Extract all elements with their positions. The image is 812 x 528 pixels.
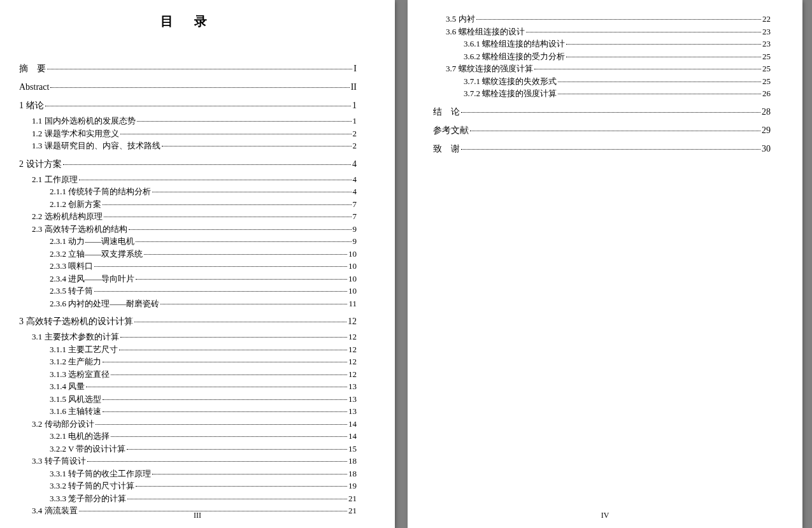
toc-entry: 2.3.4 进风——导向叶片10 bbox=[50, 273, 357, 285]
toc-entry-page: 9 bbox=[353, 223, 357, 236]
toc-entry: 3.3.1 转子筒的收尘工作原理18 bbox=[50, 467, 357, 480]
toc-entry-text: 3.2.2 V 带的设计计算 bbox=[50, 443, 125, 455]
toc-entry-page: 12 bbox=[348, 355, 357, 368]
toc-entry-text: 3.3 转子筒设计 bbox=[32, 455, 86, 467]
toc-leader-dots bbox=[476, 19, 762, 20]
toc-entry: 1.1 国内外选粉机的发展态势1 bbox=[32, 115, 357, 127]
toc-entry: 致 谢30 bbox=[433, 142, 771, 155]
toc-entry: 2 设计方案4 bbox=[19, 157, 357, 171]
toc-entry-page: 25 bbox=[762, 50, 771, 63]
toc-entry-text: 3.5 内衬 bbox=[446, 13, 475, 25]
toc-leader-dots bbox=[534, 69, 762, 69]
toc-list-left: 摘 要IAbstractII1 绪论11.1 国内外选粉机的发展态势11.2 课… bbox=[19, 62, 357, 517]
toc-leader-dots bbox=[87, 461, 348, 462]
toc-entry-text: 2.3.1 动力——调速电机 bbox=[50, 235, 134, 248]
toc-leader-dots bbox=[45, 106, 352, 106]
toc-entry: 3 高效转子选粉机的设计计算12 bbox=[19, 315, 357, 328]
toc-leader-dots bbox=[47, 69, 352, 69]
toc-leader-dots bbox=[50, 87, 349, 88]
toc-leader-dots bbox=[104, 217, 352, 217]
toc-entry-page: 18 bbox=[348, 455, 357, 467]
toc-entry-page: 13 bbox=[348, 405, 357, 418]
toc-entry-page: 11 bbox=[348, 297, 357, 310]
toc-leader-dots bbox=[566, 57, 761, 57]
toc-entry: 2.3.5 转子筒10 bbox=[50, 285, 357, 297]
toc-entry: 2.1.2 创新方案7 bbox=[50, 198, 357, 211]
toc-leader-dots bbox=[103, 204, 351, 205]
toc-entry: 3.6.1 螺栓组连接的结构设计23 bbox=[464, 38, 771, 50]
toc-leader-dots bbox=[86, 387, 347, 387]
toc-entry: 3.1.3 选粉室直径12 bbox=[50, 368, 357, 381]
toc-entry-text: 3.3.1 转子筒的收尘工作原理 bbox=[50, 467, 151, 480]
toc-entry-page: 9 bbox=[353, 235, 357, 248]
toc-entry: 结 论28 bbox=[433, 105, 771, 118]
toc-entry-text: 致 谢 bbox=[433, 142, 460, 155]
toc-entry-text: 2.1 工作原理 bbox=[32, 173, 78, 186]
toc-entry: 1 绪论1 bbox=[19, 99, 357, 112]
toc-entry-text: 2.3.5 转子筒 bbox=[50, 285, 93, 297]
toc-entry-text: 摘 要 bbox=[19, 62, 46, 75]
toc-leader-dots bbox=[129, 229, 352, 230]
toc-entry-text: 3.6.2 螺栓组连接的受力分析 bbox=[464, 50, 565, 63]
toc-entry-text: 2.3.3 喂料口 bbox=[50, 260, 93, 273]
page-number-right: IV bbox=[408, 511, 802, 520]
toc-entry: 3.1.1 主要工艺尺寸12 bbox=[50, 343, 357, 356]
toc-entry-page: 12 bbox=[348, 331, 357, 343]
toc-leader-dots bbox=[103, 411, 347, 412]
toc-leader-dots bbox=[152, 474, 347, 474]
toc-entry-page: 10 bbox=[348, 248, 357, 260]
toc-leader-dots bbox=[120, 337, 348, 338]
toc-entry-page: 10 bbox=[348, 260, 357, 273]
toc-leader-dots bbox=[94, 291, 347, 292]
toc-leader-dots bbox=[162, 146, 352, 146]
toc-entry-text: 3.6.1 螺栓组连接的结构设计 bbox=[464, 38, 565, 50]
toc-entry: 3.1.2 生产能力12 bbox=[50, 355, 357, 368]
toc-entry-page: 4 bbox=[353, 173, 357, 186]
toc-leader-dots bbox=[160, 304, 347, 304]
toc-entry-text: 3.1 主要技术参数的计算 bbox=[32, 331, 119, 343]
toc-entry-text: 3.2 传动部分设计 bbox=[32, 418, 94, 431]
toc-entry-text: 3.2.1 电机的选择 bbox=[50, 430, 110, 443]
toc-entry-text: 3.7 螺纹连接的强度计算 bbox=[446, 62, 533, 75]
toc-entry-page: 1 bbox=[353, 115, 357, 127]
toc-entry-text: 3.1.6 主轴转速 bbox=[50, 405, 101, 418]
toc-entry: 2.3.1 动力——调速电机9 bbox=[50, 235, 357, 248]
toc-entry-page: 7 bbox=[353, 198, 357, 211]
toc-entry-text: Abstract bbox=[19, 80, 49, 94]
toc-leader-dots bbox=[94, 266, 347, 267]
toc-entry-page: 13 bbox=[348, 380, 357, 393]
toc-entry: 3.7.2 螺栓连接的强度计算26 bbox=[464, 87, 771, 100]
toc-leader-dots bbox=[63, 164, 352, 165]
toc-leader-dots bbox=[470, 131, 760, 131]
toc-entry-page: 30 bbox=[762, 142, 771, 155]
toc-entry-text: 3.6 螺栓组连接的设计 bbox=[446, 25, 525, 38]
toc-entry-page: 26 bbox=[762, 87, 771, 100]
toc-entry-text: 1 绪论 bbox=[19, 99, 44, 112]
toc-entry-text: 3.1.2 生产能力 bbox=[50, 355, 101, 368]
toc-entry-page: 10 bbox=[348, 273, 357, 285]
toc-entry: 2.2 选粉机结构原理7 bbox=[32, 210, 357, 223]
toc-entry: 3.5 内衬22 bbox=[446, 13, 771, 25]
toc-entry: 3.1.4 风量13 bbox=[50, 380, 357, 393]
toc-entry-text: 结 论 bbox=[433, 105, 460, 118]
toc-entry: 1.3 课题研究目的、内容、技术路线2 bbox=[32, 139, 357, 152]
toc-entry-text: 参考文献 bbox=[433, 124, 469, 137]
toc-leader-dots bbox=[103, 399, 347, 400]
toc-entry-page: 12 bbox=[348, 315, 357, 328]
toc-leader-dots bbox=[96, 424, 348, 425]
toc-entry: 3.1.6 主轴转速13 bbox=[50, 405, 357, 418]
toc-entry-text: 3.1.1 主要工艺尺寸 bbox=[50, 343, 118, 356]
toc-entry: 1.2 课题学术和实用意义2 bbox=[32, 127, 357, 140]
toc-entry-page: 10 bbox=[348, 285, 357, 297]
toc-entry-page: 25 bbox=[762, 62, 771, 75]
toc-leader-dots bbox=[144, 254, 347, 255]
toc-entry: 2.1.1 传统转子筒的结构分析4 bbox=[50, 185, 357, 198]
toc-entry-text: 3.1.5 风机选型 bbox=[50, 393, 101, 406]
toc-entry-page: 12 bbox=[348, 343, 357, 356]
toc-entry-page: 4 bbox=[352, 157, 357, 171]
toc-leader-dots bbox=[558, 82, 761, 82]
toc-entry-page: 21 bbox=[348, 492, 357, 505]
toc-leader-dots bbox=[461, 149, 760, 150]
toc-entry: 3.3.2 转子筒的尺寸计算19 bbox=[50, 480, 357, 492]
toc-entry-text: 2.3.2 立轴——双支撑系统 bbox=[50, 248, 143, 260]
